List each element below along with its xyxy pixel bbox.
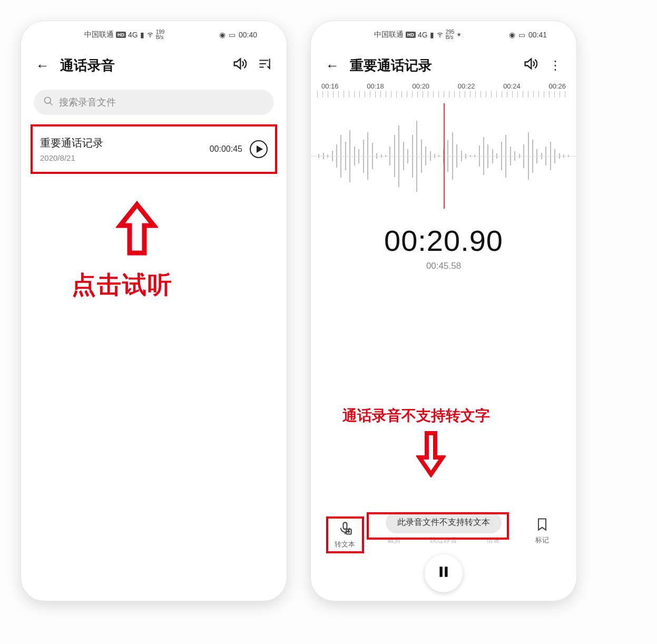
clock-label: 00:41 — [528, 31, 547, 39]
to-text-button[interactable]: 转文本 — [326, 516, 364, 553]
wifi-icon — [146, 31, 154, 40]
mark-button[interactable]: 标记 — [523, 516, 561, 553]
status-bar: 中国联通 HD 4G ▮ 295B/s ✶ ◉ ▭ 00:41 — [311, 21, 576, 48]
current-time: 00:20.90 — [311, 223, 576, 258]
network-label: 4G — [418, 31, 428, 39]
svg-rect-7 — [439, 567, 442, 577]
tick-label: 00:24 — [503, 82, 521, 90]
recording-date: 2020/8/21 — [40, 153, 210, 162]
play-icon[interactable] — [250, 140, 268, 158]
waveform[interactable] — [311, 103, 576, 209]
speaker-icon[interactable] — [232, 56, 247, 74]
signal-icon: ▮ — [430, 31, 434, 39]
tool-label: 标记 — [535, 535, 549, 545]
eye-icon: ◉ — [219, 31, 225, 39]
back-button[interactable]: ← — [36, 57, 52, 74]
eye-icon: ◉ — [509, 31, 515, 39]
phone-left: 中国联通 HD 4G ▮ 199B/s ◉ ▭ 00:40 ← 通话录音 — [21, 21, 287, 601]
svg-point-0 — [45, 97, 51, 103]
timeline[interactable]: 00:16 00:18 00:20 00:22 00:24 00:26 — [311, 82, 576, 103]
pause-button[interactable] — [425, 554, 463, 592]
wifi-icon — [436, 31, 444, 40]
title-bar: ← 通话录音 — [21, 48, 287, 82]
total-time: 00:45.58 — [311, 261, 576, 271]
timeline-ticks — [317, 91, 570, 97]
annotation-label: 通话录音不支持转文字 — [342, 406, 490, 426]
annotation-label: 点击试听 — [72, 269, 173, 301]
network-label: 4G — [128, 31, 138, 39]
tool-label: 跳过静音 — [430, 535, 457, 545]
recording-item[interactable]: 重要通话记录 2020/8/21 00:00:45 — [31, 124, 277, 174]
speaker-icon[interactable] — [523, 56, 537, 74]
search-placeholder: 搜索录音文件 — [59, 96, 116, 109]
search-icon — [43, 96, 54, 109]
tick-label: 00:16 — [321, 82, 339, 90]
battery-icon: ▭ — [518, 31, 525, 39]
hd-badge: HD — [406, 32, 416, 38]
phone-right: 中国联通 HD 4G ▮ 295B/s ✶ ◉ ▭ 00:41 ← 重要通话记录… — [311, 21, 576, 601]
carrier-label: 中国联通 — [84, 30, 114, 40]
tool-label: 裁剪 — [387, 535, 401, 545]
status-bar: 中国联通 HD 4G ▮ 199B/s ◉ ▭ 00:40 — [21, 21, 287, 48]
annotation-arrow-down-icon — [416, 430, 446, 477]
tool-label: 倍速 — [486, 535, 500, 545]
svg-rect-1 — [343, 522, 347, 529]
search-input[interactable]: 搜索录音文件 — [34, 90, 274, 115]
hd-badge: HD — [116, 32, 126, 38]
clock-label: 00:40 — [239, 31, 257, 39]
page-title: 通话录音 — [60, 56, 223, 75]
signal-icon: ▮ — [140, 31, 144, 39]
pause-icon — [437, 564, 450, 583]
data-rate: 199B/s — [156, 30, 165, 40]
tool-label: 转文本 — [335, 540, 355, 549]
recording-duration: 00:00:45 — [210, 144, 242, 154]
toast-message: 此录音文件不支持转文本 — [386, 512, 502, 533]
back-button[interactable]: ← — [326, 57, 341, 74]
svg-rect-8 — [445, 567, 447, 577]
annotation-arrow-up-icon — [116, 200, 158, 258]
mic-text-icon — [338, 521, 352, 536]
sort-icon[interactable] — [258, 57, 272, 74]
more-icon[interactable]: ⋮ — [549, 58, 562, 73]
data-rate: 295B/s — [446, 30, 455, 40]
bookmark-icon — [535, 516, 550, 532]
carrier-label: 中国联通 — [374, 30, 404, 40]
tick-label: 00:20 — [413, 82, 430, 90]
tick-label: 00:26 — [548, 82, 566, 90]
page-title: 重要通话记录 — [350, 56, 514, 75]
tick-label: 00:22 — [458, 82, 475, 90]
battery-icon: ▭ — [229, 31, 236, 39]
tick-label: 00:18 — [367, 82, 384, 90]
playhead-icon[interactable] — [444, 103, 445, 209]
recording-name: 重要通话记录 — [40, 136, 210, 150]
title-bar: ← 重要通话记录 ⋮ — [311, 48, 576, 82]
location-icon: ✶ — [456, 31, 462, 38]
